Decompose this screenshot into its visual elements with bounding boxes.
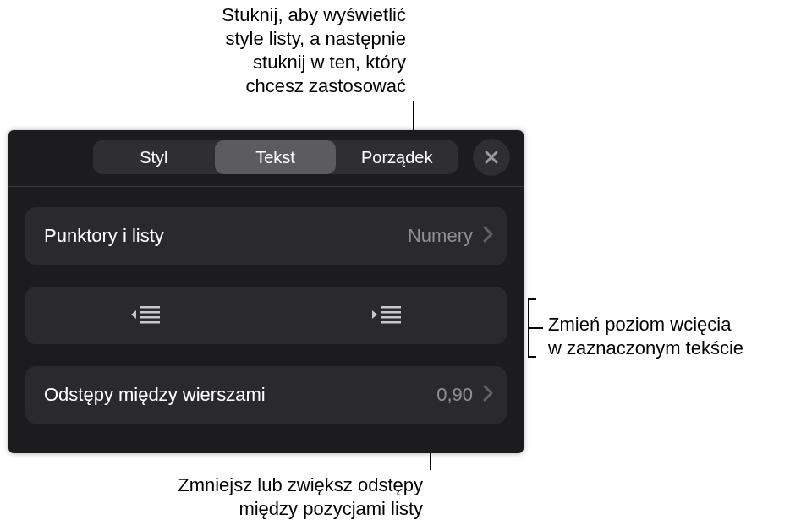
- panel-header: Styl Tekst Porządek: [8, 130, 524, 186]
- tab-label: Tekst: [255, 148, 295, 167]
- leader-line: [528, 327, 543, 329]
- callout-spacing: Zmniejsz lub zwiększ odstępy między pozy…: [144, 474, 423, 521]
- indent-button[interactable]: [266, 287, 507, 344]
- leader-line: [528, 356, 536, 358]
- svg-rect-1: [140, 311, 160, 314]
- row-value: 0,90: [436, 384, 473, 406]
- format-panel: Styl Tekst Porządek Punktory i listy Num…: [8, 130, 524, 453]
- svg-rect-8: [381, 321, 401, 324]
- row-label: Odstępy między wierszami: [44, 384, 436, 406]
- svg-rect-5: [381, 306, 401, 309]
- callout-indent: Zmień poziom wcięcia w zaznaczonym tekśc…: [548, 313, 810, 360]
- tab-style[interactable]: Styl: [93, 140, 215, 174]
- svg-rect-6: [381, 311, 401, 314]
- tab-label: Porządek: [361, 148, 433, 167]
- bullets-lists-row[interactable]: Punktory i listy Numery: [25, 207, 507, 265]
- indent-controls: [25, 287, 507, 344]
- chevron-right-icon: [483, 226, 493, 246]
- outdent-button[interactable]: [25, 287, 266, 344]
- tab-arrange[interactable]: Porządek: [336, 140, 458, 174]
- svg-rect-3: [140, 321, 160, 324]
- callout-text: Stuknij, aby wyświetlić style listy, a n…: [222, 4, 406, 96]
- callout-text: Zmień poziom wcięcia w zaznaczonym tekśc…: [548, 314, 743, 359]
- outdent-icon: [131, 304, 160, 326]
- svg-rect-7: [381, 316, 401, 319]
- indent-icon: [372, 304, 401, 326]
- close-button[interactable]: [473, 139, 510, 176]
- close-icon: [483, 149, 500, 166]
- callout-list-styles: Stuknij, aby wyświetlić style listy, a n…: [152, 3, 406, 98]
- row-label: Punktory i listy: [44, 225, 408, 247]
- svg-rect-2: [140, 316, 160, 319]
- rows-container: Punktory i listy Numery: [8, 187, 524, 424]
- callout-text: Zmniejsz lub zwiększ odstępy między pozy…: [178, 474, 423, 519]
- tab-text[interactable]: Tekst: [215, 140, 337, 174]
- tab-label: Styl: [140, 148, 167, 167]
- svg-marker-9: [372, 310, 377, 319]
- segmented-control: Styl Tekst Porządek: [93, 140, 458, 174]
- line-spacing-row[interactable]: Odstępy między wierszami 0,90: [25, 366, 507, 424]
- svg-marker-4: [131, 310, 136, 319]
- row-value: Numery: [408, 225, 473, 247]
- chevron-right-icon: [483, 385, 493, 405]
- leader-line: [528, 298, 536, 300]
- svg-rect-0: [140, 306, 160, 309]
